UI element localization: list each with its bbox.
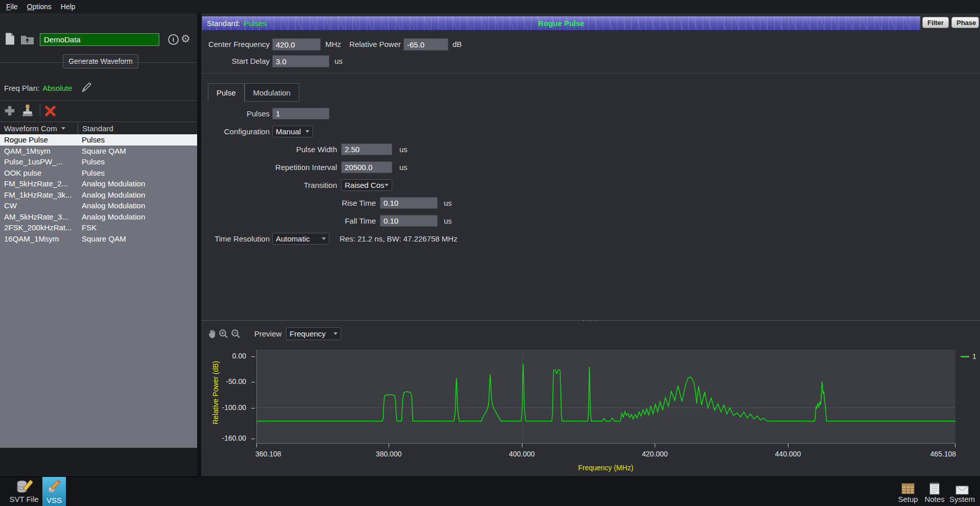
sort-indicator-icon <box>61 127 65 130</box>
waveform-name-cell: AM_5kHzRate_3... <box>0 212 78 221</box>
start-delay-input[interactable] <box>272 55 329 67</box>
tab-pulse[interactable]: Pulse <box>208 83 245 102</box>
table-row[interactable]: FM_5kHzRate_2...Analog Modulation <box>0 178 197 189</box>
waveform-table-header: Waveform Com Standard <box>0 122 197 135</box>
table-row[interactable]: QAM_1MsymSquare QAM <box>0 146 197 157</box>
waveform-name-cell: OOK pulse <box>0 168 78 177</box>
table-row[interactable]: OOK pulsePulses <box>0 167 197 179</box>
center-frequency-input[interactable] <box>272 38 321 51</box>
fall-time-input[interactable] <box>380 215 438 227</box>
zoom-out-icon[interactable] <box>230 328 241 339</box>
standard-cell: Square QAM <box>78 147 126 155</box>
freq-plan-value: Absolute <box>42 84 72 92</box>
pulses-input[interactable] <box>272 108 329 119</box>
table-row[interactable]: FM_1kHzRate_3k...Analog Modulation <box>0 189 197 201</box>
pan-hand-icon[interactable] <box>207 328 217 339</box>
fall-time-label: Fall Time <box>201 216 376 225</box>
new-file-icon[interactable] <box>5 32 15 45</box>
center-frequency-label: Center Frequency <box>201 40 270 49</box>
standard-header-bar: Standard: Pulses Rogue Pulse <box>202 16 920 30</box>
phase-button[interactable]: Phase <box>951 17 979 28</box>
table-row[interactable]: CWAnalog Modulation <box>0 200 197 211</box>
menu-file[interactable]: File <box>6 3 18 11</box>
x-tick-mark <box>788 444 788 447</box>
splitter-handle[interactable]: ...... <box>570 316 611 323</box>
divider <box>0 62 197 63</box>
add-waveform-icon[interactable] <box>4 105 15 116</box>
taskbar-item-system[interactable]: System <box>948 478 976 503</box>
y-tick-mark <box>251 382 255 382</box>
panel-divider <box>197 13 201 476</box>
waveform-name-cell: 2FSK_200kHzRat... <box>0 223 78 232</box>
time-resolution-dropdown[interactable]: Automatic <box>272 233 329 245</box>
taskbar-item-vss[interactable]: VSS <box>42 477 66 506</box>
table-row[interactable]: 2FSK_200kHzRat...FSK <box>0 222 197 233</box>
x-tick-label: 420.000 <box>642 450 668 458</box>
y-tick-label: -160.00 <box>220 434 246 442</box>
waveform-name-cell: Pulse_1usPW_... <box>0 157 78 166</box>
divider <box>201 73 980 74</box>
preview-label: Preview <box>254 329 281 338</box>
tab-bar: Pulse Modulation <box>208 83 299 102</box>
spectrum-trace <box>257 364 955 421</box>
y-tick-mark <box>251 356 255 357</box>
standard-cell: Analog Modulation <box>78 179 145 188</box>
x-tick-label: 360.108 <box>255 450 281 458</box>
configuration-dropdown[interactable]: Manual <box>272 126 313 137</box>
vss-icon <box>46 480 62 496</box>
taskbar-item-setup[interactable]: Setup <box>895 478 921 503</box>
x-tick-label: 465.108 <box>930 450 956 458</box>
table-row[interactable]: Pulse_1usPW_...Pulses <box>0 156 197 167</box>
svt-file-icon <box>15 478 33 495</box>
start-delay-unit: us <box>334 57 343 65</box>
transition-dropdown[interactable]: Raised Cos <box>341 179 392 191</box>
waveform-name-cell: Rogue Pulse <box>0 135 78 144</box>
main-panel: Standard: Pulses Rogue Pulse Filter Phas… <box>201 13 980 476</box>
zoom-in-icon[interactable] <box>218 328 228 339</box>
freq-plan-label: Freq Plan: <box>4 84 39 92</box>
spectrum-plot[interactable] <box>256 350 955 444</box>
y-tick-mark <box>251 439 255 439</box>
standard-cell: Pulses <box>78 135 105 144</box>
table-row[interactable]: AM_5kHzRate_3...Analog Modulation <box>0 211 197 223</box>
standard-cell: Analog Modulation <box>78 212 145 221</box>
menu-help[interactable]: Help <box>61 3 76 11</box>
chevron-down-icon <box>385 184 389 186</box>
setup-icon <box>901 478 915 495</box>
filter-button[interactable]: Filter <box>922 17 949 28</box>
y-axis-title: Relative Power (dB) <box>211 347 220 439</box>
repetition-interval-label: Repetition Interval <box>201 163 337 172</box>
standard-cell: FSK <box>78 223 97 232</box>
info-icon[interactable]: i <box>168 34 179 45</box>
tab-modulation[interactable]: Modulation <box>245 83 299 102</box>
rise-time-input[interactable] <box>380 197 438 209</box>
column-header-standard[interactable]: Standard <box>78 122 113 135</box>
rise-time-unit: us <box>444 199 452 207</box>
resolution-info-text: Res: 21.2 ns, BW: 47.226758 MHz <box>340 234 458 243</box>
stamp-icon[interactable] <box>21 104 34 117</box>
column-header-waveform[interactable]: Waveform Com <box>0 124 78 133</box>
taskbar-item-svt-file[interactable]: SVT File <box>7 478 41 503</box>
x-tick-mark <box>655 444 655 447</box>
waveform-name-input[interactable] <box>40 33 159 46</box>
relative-power-input[interactable] <box>403 38 448 51</box>
gear-icon[interactable]: ⚙ <box>181 33 190 45</box>
waveform-table-body: Rogue PulsePulsesQAM_1MsymSquare QAMPuls… <box>0 134 197 448</box>
time-resolution-label: Time Resolution <box>201 234 270 243</box>
waveform-name-cell: 16QAM_1Msym <box>0 234 78 243</box>
taskbar-item-notes[interactable]: Notes <box>921 478 948 503</box>
delete-waveform-icon[interactable] <box>44 105 56 117</box>
repetition-interval-input[interactable] <box>341 161 392 173</box>
chevron-down-icon <box>333 332 338 335</box>
start-delay-label: Start Delay <box>201 57 270 65</box>
generate-waveform-button[interactable]: Generate Waveform <box>63 54 138 68</box>
edit-pencil-icon[interactable] <box>81 82 92 94</box>
table-row[interactable]: Rogue PulsePulses <box>0 134 197 146</box>
open-folder-icon[interactable] <box>20 34 34 45</box>
table-row[interactable]: 16QAM_1MsymSquare QAM <box>0 233 197 245</box>
fall-time-unit: us <box>444 216 452 225</box>
preview-mode-dropdown[interactable]: Frequency <box>286 327 341 340</box>
waveform-name-cell: CW <box>0 201 78 210</box>
menu-options[interactable]: Options <box>27 3 52 11</box>
pulse-width-input[interactable] <box>341 143 392 155</box>
